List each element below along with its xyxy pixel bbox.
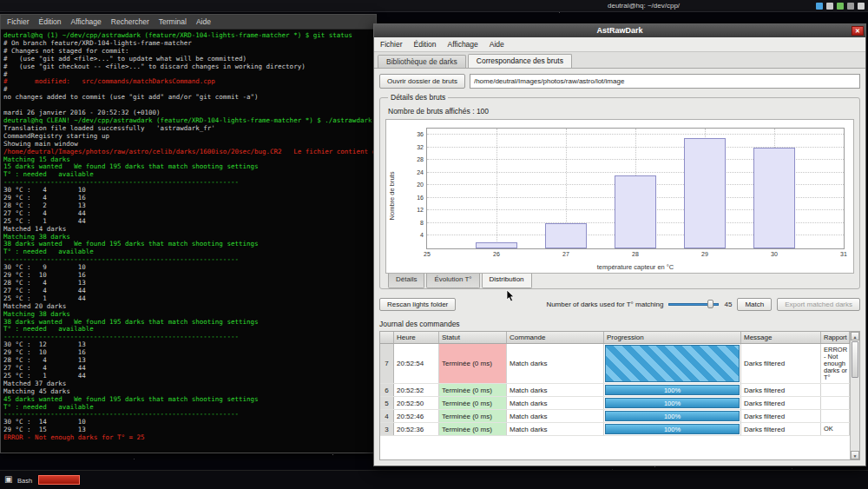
chart-x-axis-label: température capteur en °C <box>426 263 845 271</box>
star <box>559 12 560 13</box>
bruts-details-group: Détails des bruts Nombre de bruts affich… <box>379 97 860 289</box>
chart-bar <box>545 223 587 248</box>
table-row[interactable]: 520:52:50Terminée (0 ms)Match darks100%D… <box>380 397 850 410</box>
app-menu-édition[interactable]: Édition <box>414 40 437 49</box>
app-menu-fichier[interactable]: Fichier <box>380 40 403 49</box>
terminal-menu-rechercher[interactable]: Rechercher <box>111 17 149 26</box>
close-icon[interactable]: ✕ <box>852 26 864 36</box>
cell-heure: 20:52:46 <box>394 410 439 422</box>
terminal-window[interactable]: FichierÉditionAffichageRechercherTermina… <box>0 14 377 453</box>
app-menu-affichage[interactable]: Affichage <box>448 40 478 49</box>
subtab-distribution[interactable]: Distribution <box>482 274 532 288</box>
commands-journal-table[interactable]: HeureStatutCommandeProgressionMessageRap… <box>379 331 860 460</box>
progress-bar: 100% <box>605 424 740 434</box>
table-row[interactable]: 720:52:54Terminée (0 ms)Match darksDarks… <box>380 344 850 384</box>
cell-message: Darks filtered <box>741 344 821 383</box>
y-tick-label: 4 <box>420 232 424 239</box>
darks-count-slider[interactable] <box>668 299 719 309</box>
system-tray[interactable] <box>816 3 865 10</box>
cell-progression: 100% <box>604 423 741 435</box>
chart-bar <box>476 242 517 248</box>
terminal-menu-aide[interactable]: Aide <box>196 17 211 26</box>
tray-icon-2[interactable] <box>837 3 844 10</box>
terminal-menu-affichage[interactable]: Affichage <box>71 17 102 26</box>
view-subtabs: DétailsÉvolution T°Distribution <box>385 274 854 288</box>
cell-heure: 20:52:36 <box>394 423 439 435</box>
star <box>134 459 135 459</box>
cell-message: Darks filtered <box>741 397 821 409</box>
star <box>792 468 792 469</box>
terminal-line: # modified: src/commands/matchDarksComma… <box>3 78 373 86</box>
taskbar-item-urgent[interactable] <box>38 475 80 485</box>
cell-rapport: OK <box>821 423 850 435</box>
astrawdark-window[interactable]: AstRawDark ✕ FichierÉditionAffichageAide… <box>373 23 866 466</box>
window-titlebar[interactable]: AstRawDark ✕ <box>374 24 865 37</box>
tab-biblioth-que-de-darks[interactable]: Bibliothèque de darks <box>378 55 466 68</box>
active-window-title: deutral@hq: ~/dev/cpp/ <box>608 2 680 10</box>
column-header[interactable]: Rapport <box>821 332 850 343</box>
terminal-menu-fichier[interactable]: Fichier <box>7 17 30 26</box>
table-scrollbar[interactable]: ▲ ▼ <box>850 332 859 459</box>
column-header[interactable]: Message <box>741 332 821 343</box>
subtab--volution-t-[interactable]: Évolution T° <box>426 274 479 288</box>
terminal-menu-édition[interactable]: Édition <box>39 17 62 26</box>
bruts-folder-path-input[interactable] <box>470 74 860 89</box>
darks-count-slider-label: Number of darks used for T° matching <box>546 301 663 308</box>
scroll-up-icon[interactable]: ▲ <box>851 332 859 340</box>
chart-bar <box>753 148 795 248</box>
scrollbar-thumb[interactable] <box>852 341 858 378</box>
tab-correspondance-des-bruts[interactable]: Correspondance des bruts <box>468 54 572 68</box>
tray-icon-0[interactable] <box>816 3 823 10</box>
table-header-row: HeureStatutCommandeProgressionMessageRap… <box>380 332 850 344</box>
tray-icon-1[interactable] <box>826 3 833 10</box>
column-header[interactable]: Statut <box>439 332 507 343</box>
cell-statut: Terminée (0 ms) <box>439 397 507 409</box>
table-row[interactable]: 620:52:52Terminée (0 ms)Match darks100%D… <box>380 384 850 397</box>
cell-heure: 20:52:54 <box>394 344 439 383</box>
star <box>654 466 655 467</box>
top-panel: deutral@hq: ~/dev/cpp/ <box>0 0 868 12</box>
column-header[interactable]: Heure <box>394 332 439 343</box>
tray-icon-3[interactable] <box>847 3 854 10</box>
x-tick-label: 29 <box>701 251 708 257</box>
cell-rapport <box>821 384 850 396</box>
y-tick-label: 32 <box>417 144 424 151</box>
open-bruts-folder-button[interactable]: Ouvrir dossier de bruts <box>379 74 465 89</box>
terminal-line: ERROR - Not enough darks for T° = 25 <box>3 434 373 442</box>
column-header[interactable] <box>380 332 394 343</box>
column-header[interactable]: Commande <box>507 332 604 343</box>
bottom-panel: ▣ Bash <box>0 470 868 489</box>
grid-line-v <box>496 129 497 248</box>
progress-bar <box>605 345 740 382</box>
cell-progression: 100% <box>604 384 741 396</box>
terminal-output[interactable]: deutral@hq (1) ~/dev/cpp/astrawdark (fea… <box>1 30 376 453</box>
darks-count-value: 45 <box>724 301 732 308</box>
column-header[interactable]: Progression <box>604 332 741 343</box>
slider-handle[interactable] <box>707 300 713 308</box>
terminal-menu-terminal[interactable]: Terminal <box>159 17 187 26</box>
cell-progression <box>604 344 741 383</box>
x-tick-label: 30 <box>771 251 778 257</box>
subtab-d-tails[interactable]: Détails <box>388 274 424 288</box>
app-menu-aide[interactable]: Aide <box>490 40 504 49</box>
table-row[interactable]: 320:52:36Terminée (0 ms)Match darks100%D… <box>380 423 850 436</box>
taskbar-item-label: Bash <box>17 477 32 485</box>
chart-bar <box>615 175 656 248</box>
scroll-down-icon[interactable]: ▼ <box>851 451 859 459</box>
cell-message: Darks filtered <box>741 410 821 422</box>
tray-icon-4[interactable] <box>858 3 865 10</box>
x-tick-label: 27 <box>562 251 569 257</box>
group-title: Détails des bruts <box>388 93 448 102</box>
match-button[interactable]: Match <box>737 298 772 311</box>
x-tick-label: 31 <box>840 251 847 257</box>
x-tick-label: 28 <box>632 251 639 257</box>
main-tabbar: Bibliothèque de darksCorrespondance des … <box>374 52 865 69</box>
temperature-distribution-chart: Nombre de bruts 481216202428323625262728… <box>385 119 854 274</box>
rescan-lights-button[interactable]: Rescan lights folder <box>379 298 456 311</box>
table-row[interactable]: 420:52:46Terminée (0 ms)Match darks100%D… <box>380 410 850 423</box>
y-tick-label: 12 <box>417 207 424 214</box>
cell-commande: Match darks <box>507 423 604 435</box>
launcher-icon[interactable]: ▣ <box>4 474 12 485</box>
y-tick-label: 20 <box>417 182 424 188</box>
app-menubar: FichierÉditionAffichageAide <box>374 37 865 52</box>
